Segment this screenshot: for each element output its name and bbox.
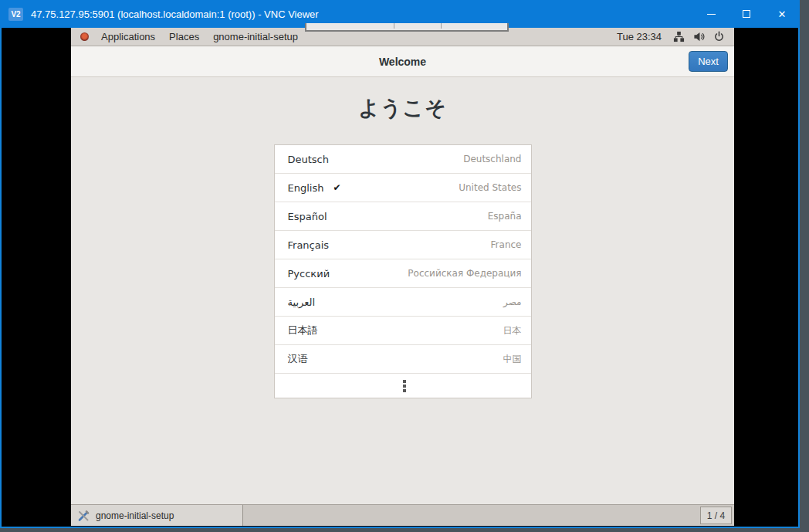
language-name: Deutsch <box>288 154 330 165</box>
language-region: United States <box>459 182 521 193</box>
close-button[interactable]: ✕ <box>764 0 800 28</box>
language-row-russian[interactable]: Русский Российская Федерация <box>275 259 531 288</box>
language-region: مصر <box>503 296 521 307</box>
language-name: English <box>288 182 324 194</box>
language-region: 中国 <box>503 353 522 366</box>
language-row-espanol[interactable]: Español España <box>275 202 531 231</box>
language-row-english[interactable]: English ✔ United States <box>275 174 531 202</box>
power-icon[interactable] <box>713 31 725 42</box>
places-menu[interactable]: Places <box>162 31 206 42</box>
window-title: 47.75.127.95:5901 (localhost.localdomain… <box>31 8 319 20</box>
network-wired-icon[interactable] <box>673 31 685 42</box>
language-row-francais[interactable]: Français France <box>275 231 531 259</box>
language-region: France <box>491 239 522 250</box>
maximize-icon <box>743 10 750 18</box>
language-name-group: English ✔ <box>288 182 341 194</box>
minimize-button[interactable] <box>693 0 729 28</box>
setup-header-bar: Welcome Next <box>71 46 734 77</box>
vnc-client-area: Applications Places gnome-initial-setup … <box>2 28 798 527</box>
language-name: العربية <box>288 296 316 308</box>
vertical-ellipsis-icon <box>403 380 406 383</box>
welcome-heading: ようこそ <box>71 77 734 122</box>
setup-content: ようこそ Deutsch Deutschland English ✔ Unite… <box>71 77 734 504</box>
language-name: Русский <box>288 268 330 280</box>
applications-menu[interactable]: Applications <box>94 31 162 42</box>
language-row-deutsch[interactable]: Deutsch Deutschland <box>275 145 531 174</box>
more-languages-button[interactable] <box>275 374 531 398</box>
close-icon: ✕ <box>778 9 787 19</box>
clock[interactable]: Tue 23:34 <box>617 31 665 42</box>
appmenu-gnome-initial-setup[interactable]: gnome-initial-setup <box>206 31 305 42</box>
language-row-arabic[interactable]: العربية مصر <box>275 288 531 317</box>
taskbar-item-gnome-initial-setup[interactable]: gnome-initial-setup <box>71 505 243 526</box>
vnc-viewer-window: V2 47.75.127.95:5901 (localhost.localdom… <box>0 0 800 528</box>
workspace-pager[interactable]: 1 / 4 <box>700 507 732 524</box>
language-name: 汉语 <box>288 352 308 366</box>
language-region: España <box>488 211 522 222</box>
volume-icon[interactable] <box>693 31 705 42</box>
language-region: Российская Федерация <box>408 268 521 279</box>
distro-icon <box>80 32 89 41</box>
next-button[interactable]: Next <box>689 51 728 72</box>
language-row-chinese[interactable]: 汉语 中国 <box>275 345 531 374</box>
remote-desktop: Applications Places gnome-initial-setup … <box>71 28 734 526</box>
selected-check-icon: ✔ <box>333 182 340 193</box>
vnc-app-icon: V2 <box>8 8 23 21</box>
tools-icon <box>77 510 90 522</box>
minimize-icon <box>707 14 716 15</box>
window-controls: ✕ <box>693 0 800 28</box>
language-row-japanese[interactable]: 日本語 日本 <box>275 317 531 345</box>
topbar-status-area: Tue 23:34 <box>617 31 725 42</box>
language-list: Deutsch Deutschland English ✔ United Sta… <box>274 144 532 398</box>
language-name: Français <box>288 239 330 251</box>
vnc-toolbar-tab[interactable] <box>305 23 509 32</box>
language-region: 日本 <box>503 324 522 337</box>
window-list-taskbar: gnome-initial-setup 1 / 4 <box>71 504 734 526</box>
language-region: Deutschland <box>463 154 521 164</box>
language-name: Español <box>288 211 327 222</box>
page-title: Welcome <box>379 56 426 68</box>
language-name: 日本語 <box>288 324 318 337</box>
taskbar-item-label: gnome-initial-setup <box>96 510 174 521</box>
maximize-button[interactable] <box>729 0 764 28</box>
